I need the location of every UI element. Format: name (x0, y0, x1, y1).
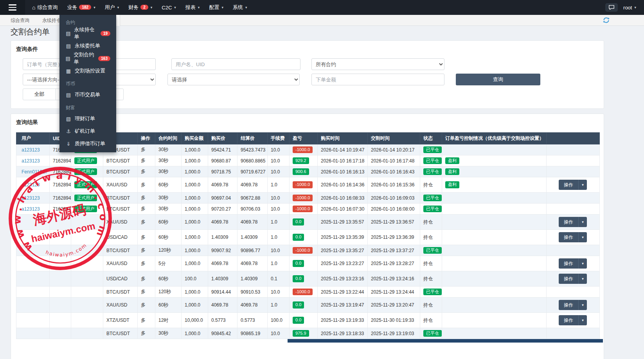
row-action-button[interactable]: 操作▾ (559, 258, 587, 269)
profit-badge: 盈利 (445, 181, 459, 188)
menu-item[interactable]: ▧理财订单 (59, 112, 116, 125)
chevron-down-icon[interactable]: ▾ (578, 232, 587, 242)
cell-buy-price: 90680.87 (208, 155, 237, 166)
column-header: 购买时间 (318, 133, 368, 144)
user-link[interactable]: a123123 (22, 158, 40, 164)
column-header: 操作 (138, 133, 155, 144)
messages-button[interactable] (605, 3, 618, 12)
order-amount-input[interactable] (311, 74, 444, 85)
menu-item[interactable]: ⚓矿机订单 (59, 125, 116, 137)
cell-user-type (71, 256, 103, 271)
menu-item[interactable]: ▤永续持仓单19 (59, 27, 116, 40)
cell-fee: 10.0 (268, 155, 290, 166)
cell-pnl-control: 盈利 (442, 177, 547, 193)
chevron-down-icon[interactable]: ▾ (578, 274, 587, 284)
cell-amount: 1,000.0 (182, 155, 208, 166)
status-select[interactable]: 请选择 (167, 74, 300, 85)
nav-item-8[interactable]: 系统▾ (228, 0, 252, 15)
folder-icon: ▧ (65, 116, 72, 122)
user-uid-input[interactable] (171, 58, 300, 70)
business-dropdown: 合约▤永续持仓单19▤永续委托单▤交割合约单163▦交割场控设置币币▤币币交易单… (59, 15, 116, 152)
cell-direction: 多 (138, 328, 155, 339)
table-row: BTC/USDT多120秒1,000.090914.4490910.5310.0… (16, 287, 600, 298)
menu-badge: 19 (101, 31, 110, 36)
row-action-button[interactable]: 操作▾ (559, 180, 587, 190)
cell-settle-price: 90680.8865 (237, 155, 268, 166)
menu-item-label: 永续委托单 (75, 42, 100, 49)
pnl-badge: -1000.0 (293, 206, 313, 213)
cell-buy-price: 4069.78 (208, 215, 237, 230)
menu-item[interactable]: ▤永续委托单 (59, 40, 116, 52)
search-button[interactable]: 查询 (456, 74, 540, 85)
tab-perpetual[interactable]: 永续持仓 (42, 15, 61, 26)
row-action-button[interactable]: 操作▾ (559, 300, 587, 310)
chevron-down-icon[interactable]: ▾ (578, 300, 587, 310)
cell-uid (50, 313, 71, 328)
row-action-button[interactable]: 操作▾ (559, 315, 587, 325)
cell-settle-price: 4069.78 (237, 177, 268, 193)
cell-contract: BTC/USDT (103, 204, 138, 215)
cell-direction: 多 (138, 215, 155, 230)
nav-item-6[interactable]: 报表▾ (181, 0, 205, 15)
menu-section-title: 财富 (59, 101, 116, 112)
cell-contract: BTC/USDT (103, 155, 138, 166)
cell-buy-price: 90718.75 (208, 166, 237, 177)
nav-item-1[interactable]: ⌂综合查询 (27, 0, 62, 15)
chevron-down-icon[interactable]: ▾ (578, 217, 587, 227)
cell-pnl: 975.9 (290, 328, 318, 339)
nav-item-3[interactable]: 用户▾ (100, 0, 124, 15)
cell-action: 操作▾ (547, 215, 600, 230)
chevron-down-icon[interactable]: ▾ (578, 180, 587, 190)
nav-item-5[interactable]: C2C▾ (157, 0, 181, 15)
cell-status: 持仓 (420, 298, 442, 313)
action-button-label: 操作 (559, 315, 578, 325)
nav-item-4[interactable]: 财务2▾ (124, 0, 157, 15)
column-header: 用户 (16, 133, 50, 144)
row-action-button[interactable]: 操作▾ (559, 217, 587, 227)
cell-user-type: 正式用户 (71, 155, 103, 166)
cell-uid: 7162880 (50, 166, 71, 177)
chevron-down-icon[interactable]: ▾ (578, 315, 587, 325)
cell-settle-time: 2026-01-10 16:15:36 (368, 177, 420, 193)
nav-item-label: 用户 (105, 4, 115, 11)
row-action-button[interactable]: 操作▾ (559, 274, 587, 284)
user-link[interactable]: a123123 (22, 147, 40, 153)
user-link[interactable]: a123123 (22, 206, 40, 212)
cell-action (547, 287, 600, 298)
menu-item[interactable]: ⇓质押借币订单 (59, 137, 116, 150)
cell-buy-time: 2025-11-29 13:23:27 (318, 256, 368, 271)
menu-item[interactable]: ▤币币交易单 (59, 88, 116, 101)
tab-overview[interactable]: 综合查询 (11, 15, 29, 26)
contract-select[interactable]: 所有合约 (311, 58, 444, 70)
cell-amount: 1,000.0 (182, 287, 208, 298)
user-menu[interactable]: root ▾ (623, 5, 636, 11)
menu-item[interactable]: ▦交割场控设置 (59, 65, 116, 77)
cell-fee: 100.0 (268, 313, 290, 328)
cell-period: 120秒 (155, 245, 182, 256)
nav-item-7[interactable]: 配置▾ (204, 0, 228, 15)
nav-item-2[interactable]: 业务182▾ (62, 0, 100, 15)
cell-pnl: -1000.0 (290, 204, 318, 215)
tab-all[interactable]: 全部 (23, 89, 56, 100)
pnl-badge: 900.6 (293, 168, 309, 175)
cell-buy-time: 2026-01-10 16:08:33 (318, 193, 368, 204)
table-row: USD/CAD多60秒1,000.01.403091.403091.00.020… (16, 230, 600, 245)
action-button-label: 操作 (559, 180, 578, 190)
menu-item[interactable]: ▤交割合约单163 (59, 52, 116, 65)
refresh-icon[interactable] (603, 17, 610, 23)
cell-contract: BTC/USDT (103, 287, 138, 298)
pnl-badge: -1000.0 (293, 195, 313, 202)
cell-uid: 7162894 (50, 155, 71, 166)
row-action-button[interactable]: 操作▾ (559, 232, 587, 242)
cell-amount: 1,000.0 (182, 215, 208, 230)
user-link[interactable]: a123123 (22, 195, 40, 201)
status-text: 持仓 (423, 261, 433, 266)
chevron-down-icon[interactable]: ▾ (578, 258, 587, 269)
user-link[interactable]: a123123 (22, 182, 40, 188)
column-header: 购买金额 (182, 133, 208, 144)
cell-user-type: 正式用户 (71, 166, 103, 177)
cell-period: 60秒 (155, 215, 182, 230)
sidebar-toggle-button[interactable] (0, 0, 25, 15)
user-link[interactable]: Fenn011027 (22, 169, 48, 175)
pnl-badge: 0.0 (293, 275, 304, 282)
